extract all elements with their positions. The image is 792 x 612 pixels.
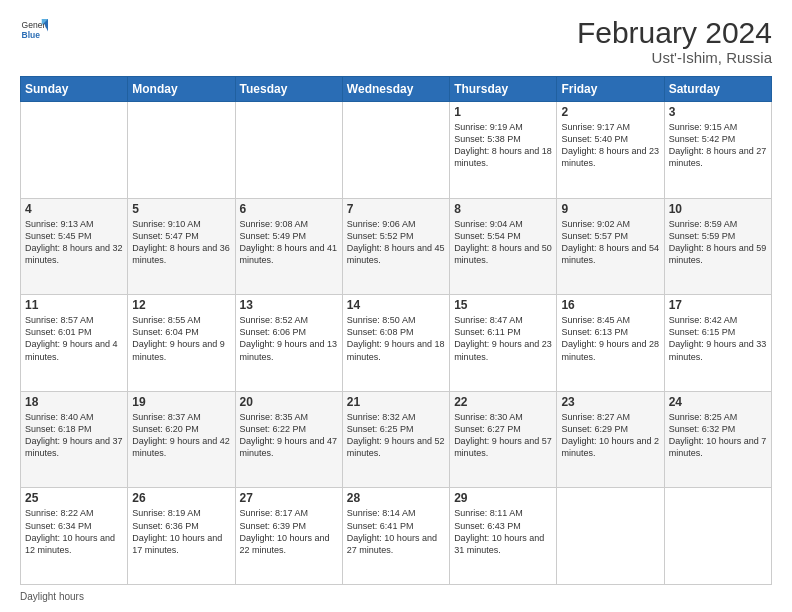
day-number: 28 — [347, 491, 445, 505]
day-info: Sunrise: 8:40 AM Sunset: 6:18 PM Dayligh… — [25, 411, 123, 460]
day-info: Sunrise: 8:25 AM Sunset: 6:32 PM Dayligh… — [669, 411, 767, 460]
calendar-cell: 3Sunrise: 9:15 AM Sunset: 5:42 PM Daylig… — [664, 102, 771, 199]
calendar-cell: 29Sunrise: 8:11 AM Sunset: 6:43 PM Dayli… — [450, 488, 557, 585]
day-number: 15 — [454, 298, 552, 312]
calendar-header-row: SundayMondayTuesdayWednesdayThursdayFrid… — [21, 77, 772, 102]
calendar-cell — [342, 102, 449, 199]
day-number: 8 — [454, 202, 552, 216]
calendar-cell: 28Sunrise: 8:14 AM Sunset: 6:41 PM Dayli… — [342, 488, 449, 585]
day-number: 6 — [240, 202, 338, 216]
day-info: Sunrise: 9:08 AM Sunset: 5:49 PM Dayligh… — [240, 218, 338, 267]
day-info: Sunrise: 8:42 AM Sunset: 6:15 PM Dayligh… — [669, 314, 767, 363]
day-info: Sunrise: 9:17 AM Sunset: 5:40 PM Dayligh… — [561, 121, 659, 170]
calendar-cell — [235, 102, 342, 199]
calendar-table: SundayMondayTuesdayWednesdayThursdayFrid… — [20, 76, 772, 585]
day-info: Sunrise: 8:30 AM Sunset: 6:27 PM Dayligh… — [454, 411, 552, 460]
day-info: Sunrise: 8:50 AM Sunset: 6:08 PM Dayligh… — [347, 314, 445, 363]
day-info: Sunrise: 9:10 AM Sunset: 5:47 PM Dayligh… — [132, 218, 230, 267]
calendar-week-row: 18Sunrise: 8:40 AM Sunset: 6:18 PM Dayli… — [21, 391, 772, 488]
month-year-title: February 2024 — [577, 16, 772, 49]
day-of-week-header: Monday — [128, 77, 235, 102]
day-number: 10 — [669, 202, 767, 216]
day-number: 3 — [669, 105, 767, 119]
calendar-cell: 24Sunrise: 8:25 AM Sunset: 6:32 PM Dayli… — [664, 391, 771, 488]
calendar-week-row: 11Sunrise: 8:57 AM Sunset: 6:01 PM Dayli… — [21, 295, 772, 392]
day-number: 5 — [132, 202, 230, 216]
calendar-week-row: 1Sunrise: 9:19 AM Sunset: 5:38 PM Daylig… — [21, 102, 772, 199]
day-info: Sunrise: 8:47 AM Sunset: 6:11 PM Dayligh… — [454, 314, 552, 363]
calendar-cell: 23Sunrise: 8:27 AM Sunset: 6:29 PM Dayli… — [557, 391, 664, 488]
calendar-cell: 21Sunrise: 8:32 AM Sunset: 6:25 PM Dayli… — [342, 391, 449, 488]
day-number: 27 — [240, 491, 338, 505]
footer: Daylight hours — [20, 591, 772, 602]
calendar-cell: 1Sunrise: 9:19 AM Sunset: 5:38 PM Daylig… — [450, 102, 557, 199]
calendar-cell: 5Sunrise: 9:10 AM Sunset: 5:47 PM Daylig… — [128, 198, 235, 295]
day-number: 14 — [347, 298, 445, 312]
day-info: Sunrise: 8:14 AM Sunset: 6:41 PM Dayligh… — [347, 507, 445, 556]
location-subtitle: Ust'-Ishim, Russia — [577, 49, 772, 66]
calendar-cell: 8Sunrise: 9:04 AM Sunset: 5:54 PM Daylig… — [450, 198, 557, 295]
calendar-cell: 13Sunrise: 8:52 AM Sunset: 6:06 PM Dayli… — [235, 295, 342, 392]
day-number: 16 — [561, 298, 659, 312]
day-info: Sunrise: 8:57 AM Sunset: 6:01 PM Dayligh… — [25, 314, 123, 363]
day-of-week-header: Saturday — [664, 77, 771, 102]
svg-text:Blue: Blue — [22, 30, 41, 40]
calendar-cell — [664, 488, 771, 585]
calendar-cell: 17Sunrise: 8:42 AM Sunset: 6:15 PM Dayli… — [664, 295, 771, 392]
calendar-cell: 16Sunrise: 8:45 AM Sunset: 6:13 PM Dayli… — [557, 295, 664, 392]
calendar-cell: 26Sunrise: 8:19 AM Sunset: 6:36 PM Dayli… — [128, 488, 235, 585]
calendar-cell: 14Sunrise: 8:50 AM Sunset: 6:08 PM Dayli… — [342, 295, 449, 392]
day-info: Sunrise: 9:15 AM Sunset: 5:42 PM Dayligh… — [669, 121, 767, 170]
calendar-cell: 20Sunrise: 8:35 AM Sunset: 6:22 PM Dayli… — [235, 391, 342, 488]
calendar-cell: 18Sunrise: 8:40 AM Sunset: 6:18 PM Dayli… — [21, 391, 128, 488]
calendar-cell: 2Sunrise: 9:17 AM Sunset: 5:40 PM Daylig… — [557, 102, 664, 199]
daylight-hours-label: Daylight hours — [20, 591, 84, 602]
day-number: 22 — [454, 395, 552, 409]
title-block: February 2024 Ust'-Ishim, Russia — [577, 16, 772, 66]
day-number: 7 — [347, 202, 445, 216]
day-number: 25 — [25, 491, 123, 505]
day-info: Sunrise: 9:04 AM Sunset: 5:54 PM Dayligh… — [454, 218, 552, 267]
day-number: 23 — [561, 395, 659, 409]
calendar-week-row: 25Sunrise: 8:22 AM Sunset: 6:34 PM Dayli… — [21, 488, 772, 585]
day-info: Sunrise: 9:06 AM Sunset: 5:52 PM Dayligh… — [347, 218, 445, 267]
header: General Blue February 2024 Ust'-Ishim, R… — [20, 16, 772, 66]
day-number: 9 — [561, 202, 659, 216]
logo-icon: General Blue — [20, 16, 48, 44]
day-info: Sunrise: 8:55 AM Sunset: 6:04 PM Dayligh… — [132, 314, 230, 363]
day-number: 26 — [132, 491, 230, 505]
day-number: 19 — [132, 395, 230, 409]
logo: General Blue — [20, 16, 48, 44]
day-of-week-header: Friday — [557, 77, 664, 102]
day-info: Sunrise: 8:19 AM Sunset: 6:36 PM Dayligh… — [132, 507, 230, 556]
calendar-cell: 4Sunrise: 9:13 AM Sunset: 5:45 PM Daylig… — [21, 198, 128, 295]
day-number: 24 — [669, 395, 767, 409]
day-info: Sunrise: 8:37 AM Sunset: 6:20 PM Dayligh… — [132, 411, 230, 460]
calendar-cell: 25Sunrise: 8:22 AM Sunset: 6:34 PM Dayli… — [21, 488, 128, 585]
day-info: Sunrise: 8:11 AM Sunset: 6:43 PM Dayligh… — [454, 507, 552, 556]
day-of-week-header: Wednesday — [342, 77, 449, 102]
day-info: Sunrise: 8:22 AM Sunset: 6:34 PM Dayligh… — [25, 507, 123, 556]
day-info: Sunrise: 8:59 AM Sunset: 5:59 PM Dayligh… — [669, 218, 767, 267]
day-number: 12 — [132, 298, 230, 312]
day-info: Sunrise: 8:27 AM Sunset: 6:29 PM Dayligh… — [561, 411, 659, 460]
calendar-cell: 19Sunrise: 8:37 AM Sunset: 6:20 PM Dayli… — [128, 391, 235, 488]
day-info: Sunrise: 8:52 AM Sunset: 6:06 PM Dayligh… — [240, 314, 338, 363]
day-info: Sunrise: 8:35 AM Sunset: 6:22 PM Dayligh… — [240, 411, 338, 460]
calendar-cell: 7Sunrise: 9:06 AM Sunset: 5:52 PM Daylig… — [342, 198, 449, 295]
day-number: 11 — [25, 298, 123, 312]
day-info: Sunrise: 9:19 AM Sunset: 5:38 PM Dayligh… — [454, 121, 552, 170]
day-number: 1 — [454, 105, 552, 119]
calendar-cell — [128, 102, 235, 199]
day-number: 29 — [454, 491, 552, 505]
day-info: Sunrise: 9:02 AM Sunset: 5:57 PM Dayligh… — [561, 218, 659, 267]
day-info: Sunrise: 8:32 AM Sunset: 6:25 PM Dayligh… — [347, 411, 445, 460]
calendar-week-row: 4Sunrise: 9:13 AM Sunset: 5:45 PM Daylig… — [21, 198, 772, 295]
day-number: 2 — [561, 105, 659, 119]
page: General Blue February 2024 Ust'-Ishim, R… — [0, 0, 792, 612]
day-info: Sunrise: 8:17 AM Sunset: 6:39 PM Dayligh… — [240, 507, 338, 556]
day-info: Sunrise: 8:45 AM Sunset: 6:13 PM Dayligh… — [561, 314, 659, 363]
calendar-cell: 22Sunrise: 8:30 AM Sunset: 6:27 PM Dayli… — [450, 391, 557, 488]
day-of-week-header: Tuesday — [235, 77, 342, 102]
day-number: 4 — [25, 202, 123, 216]
